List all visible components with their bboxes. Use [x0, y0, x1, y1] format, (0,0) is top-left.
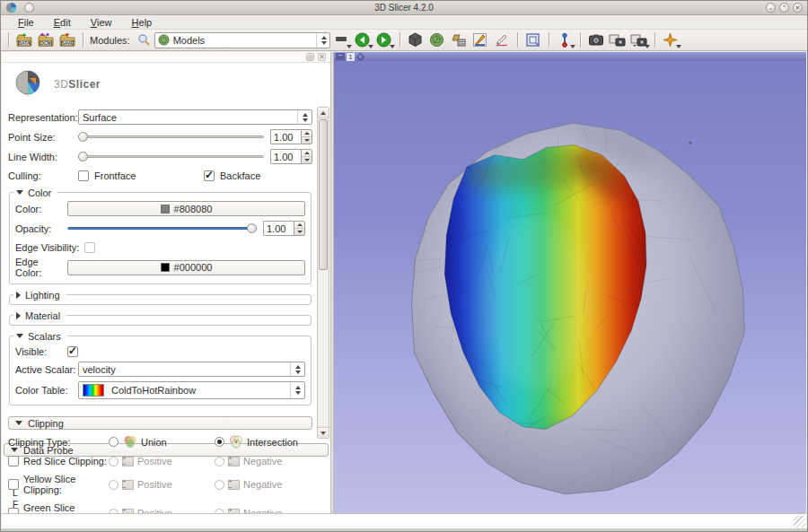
frontface-checkbox[interactable]	[78, 170, 89, 181]
opacity-spinbox[interactable]: 1.00	[263, 221, 294, 236]
panel-close-button[interactable]: ✕	[318, 53, 326, 61]
module-panel-toggle-button[interactable]	[330, 31, 352, 49]
scene-restore-button[interactable]	[628, 31, 650, 49]
color-section-header[interactable]: Color	[13, 187, 57, 198]
annotations-button[interactable]	[491, 31, 513, 49]
yellow-slice-clipping-checkbox[interactable]	[8, 479, 19, 490]
dicom-button[interactable]: DCM	[35, 31, 57, 49]
slider-handle[interactable]	[78, 132, 88, 142]
red-negative-label: Negative	[243, 456, 282, 467]
edge-color-value: #000000	[174, 262, 213, 273]
red-negative-radio[interactable]	[215, 457, 224, 467]
toolbar-separator	[8, 32, 9, 48]
scrollbar-down-button[interactable]	[318, 427, 329, 438]
point-size-spin-buttons[interactable]	[301, 129, 312, 144]
line-width-slider[interactable]	[78, 151, 264, 162]
culling-label: Culling:	[8, 170, 78, 181]
color-swatch	[161, 205, 170, 214]
point-size-slider[interactable]	[78, 131, 264, 143]
volume-rendering-button[interactable]	[405, 31, 426, 49]
scalars-section-header[interactable]: Scalars	[13, 330, 67, 342]
opacity-slider[interactable]	[67, 222, 257, 234]
view-collapse-button[interactable]: −	[336, 53, 345, 60]
transforms-button[interactable]	[448, 31, 470, 49]
status-bar	[2, 513, 806, 528]
dicom-icon: DCM	[37, 32, 55, 48]
color-picker-button[interactable]: #808080	[67, 201, 305, 216]
menu-edit[interactable]: Edit	[44, 15, 81, 29]
slider-handle[interactable]	[78, 152, 88, 161]
line-width-spinbox[interactable]: 1.00	[270, 149, 301, 164]
panel-toggle-icon	[335, 35, 347, 46]
module-search-icon[interactable]	[137, 33, 151, 47]
load-data-button[interactable]: DATA	[13, 31, 35, 49]
clipping-header[interactable]: Clipping	[8, 416, 312, 430]
panel-scrollbar[interactable]	[317, 107, 329, 439]
edge-visibility-label: Edge Visibility:	[15, 242, 79, 253]
yellow-negative-radio[interactable]	[215, 480, 224, 490]
window-bottom-edge	[1, 528, 807, 531]
intersection-label: Intersection	[247, 437, 298, 448]
scrollbar-up-button[interactable]	[318, 108, 329, 118]
menu-view[interactable]: View	[81, 15, 122, 29]
threed-canvas[interactable]	[334, 61, 806, 513]
line-width-spin-buttons[interactable]	[301, 149, 312, 164]
scalars-visible-checkbox[interactable]	[67, 346, 78, 357]
intersection-venn-icon	[228, 435, 243, 449]
red-slice-clipping-checkbox[interactable]	[8, 456, 19, 467]
models-button[interactable]	[426, 31, 448, 49]
union-radio[interactable]	[109, 437, 119, 447]
maximize-button[interactable]: ⌃	[779, 3, 789, 13]
close-button[interactable]: ✕	[793, 3, 803, 13]
active-scalar-select[interactable]: velocity	[78, 362, 305, 377]
pin-tool-button[interactable]	[554, 31, 575, 49]
backface-checkbox[interactable]	[204, 170, 215, 181]
menu-file[interactable]: File	[8, 15, 44, 29]
view-pin-icon[interactable]	[356, 53, 364, 61]
intersection-radio[interactable]	[215, 437, 224, 447]
cube-icon	[408, 32, 423, 48]
caret-icon	[676, 45, 681, 48]
capture-view-button[interactable]	[585, 31, 607, 49]
color-table-value: ColdToHotRainbow	[111, 385, 196, 396]
screenshot-button[interactable]	[523, 31, 544, 49]
minimize-button[interactable]: ⌄	[766, 3, 776, 13]
editor-button[interactable]	[470, 31, 491, 49]
panel-title-bar: ◎ ✕	[2, 52, 330, 63]
yellow-positive-radio[interactable]	[109, 480, 119, 490]
save-icon: SAVE	[58, 32, 76, 48]
menu-help[interactable]: Help	[122, 15, 162, 29]
point-size-spinbox[interactable]: 1.00	[270, 129, 301, 144]
caret-icon	[645, 45, 650, 48]
color-table-select[interactable]: ColdToHotRainbow	[78, 381, 305, 399]
line-width-value: 1.00	[274, 152, 293, 162]
panel-undock-button[interactable]: ◎	[306, 53, 314, 61]
collapse-triangle-icon	[16, 334, 23, 338]
edge-visibility-checkbox[interactable]	[84, 242, 95, 253]
slider-handle[interactable]	[247, 223, 257, 233]
module-history-forward-button[interactable]	[373, 31, 395, 49]
threed-view: − 1	[334, 52, 806, 513]
toolbar-separator	[517, 32, 518, 48]
red-positive-radio[interactable]	[109, 457, 119, 467]
save-button[interactable]: SAVE	[57, 31, 78, 49]
frontface-label: Frontface	[94, 170, 136, 181]
scene-view-button[interactable]	[607, 31, 628, 49]
red-positive-label: Positive	[137, 456, 172, 467]
toolbar-separator	[580, 32, 581, 48]
resize-grip[interactable]	[794, 516, 805, 528]
point-size-value: 1.00	[274, 132, 293, 143]
scrollbar-thumb[interactable]	[319, 119, 328, 270]
module-selector[interactable]: Models	[154, 32, 330, 48]
color-table-label: Color Table:	[15, 385, 78, 396]
yellow-slice-clipping-label: Yellow Slice Clipping:	[23, 474, 109, 495]
material-section-header[interactable]: Material	[13, 310, 66, 321]
lighting-section-header[interactable]: Lighting	[13, 289, 66, 301]
representation-select[interactable]: Surface	[78, 109, 312, 125]
toolbar-separator	[400, 32, 400, 48]
edge-color-picker-button[interactable]: #000000	[67, 260, 305, 275]
module-history-back-button[interactable]	[352, 31, 373, 49]
lighting-section-title: Lighting	[25, 290, 60, 301]
opacity-spin-buttons[interactable]	[294, 221, 305, 236]
crosshair-button[interactable]	[660, 31, 681, 49]
